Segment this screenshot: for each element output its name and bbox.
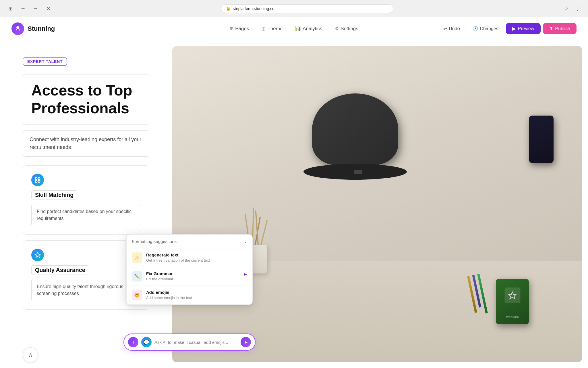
tab-overview-button[interactable]: ⊞ — [6, 4, 15, 13]
add-emojis-content: Add emojis Add some emojis in the text — [146, 290, 247, 300]
send-fix-grammar-button[interactable]: ➤ — [243, 271, 247, 277]
nav-settings[interactable]: ⚙ Settings — [330, 24, 363, 34]
settings-icon: ⚙ — [335, 26, 339, 31]
regenerate-icon: ✨ — [132, 252, 142, 263]
fix-grammar-title: Fix Grammar — [146, 271, 239, 276]
dropdown-header: Formatting suggestions ⌄ — [127, 235, 252, 248]
dark-phone — [529, 116, 554, 163]
regenerate-subtitle: Get a fresh variation of the current tex… — [146, 258, 247, 262]
nav-theme-label: Theme — [267, 26, 283, 32]
dropdown-item-add-emojis[interactable]: 😊 Add emojis Add some emojis in the text — [127, 286, 252, 304]
left-panel: EXPERT TALENT Access to Top Professional… — [0, 40, 167, 368]
fix-grammar-subtitle: Fix the grammar — [146, 277, 239, 281]
main-nav: ⊞ Pages ◎ Theme 📊 Analytics ⚙ Settings — [225, 24, 363, 34]
skill-matching-title: Skill Matching — [35, 192, 74, 198]
publish-icon: ⬆ — [549, 26, 553, 31]
svg-marker-5 — [509, 292, 516, 299]
ai-input-field[interactable] — [154, 340, 238, 345]
nav-pages-label: Pages — [235, 26, 249, 32]
formatting-dropdown: Formatting suggestions ⌄ ✨ Regenerate te… — [126, 234, 253, 305]
add-emojis-title: Add emojis — [146, 290, 247, 295]
close-button[interactable]: ✕ — [44, 4, 53, 13]
add-emojis-icon: 😊 — [132, 290, 142, 300]
app-header: Stunning ⊞ Pages ◎ Theme 📊 Analytics ⚙ S… — [0, 17, 588, 40]
back-button[interactable]: ← — [18, 4, 28, 13]
lock-icon: 🔒 — [226, 6, 231, 11]
regenerate-title: Regenerate text — [146, 252, 247, 257]
theme-icon: ◎ — [262, 26, 266, 31]
main-heading-box[interactable]: Access to Top Professionals — [23, 74, 149, 124]
dropdown-collapse-icon[interactable]: ⌄ — [243, 239, 247, 244]
skill-matching-desc-box[interactable]: Find perfect candidates based on your sp… — [31, 204, 141, 226]
nav-pages[interactable]: ⊞ Pages — [225, 24, 254, 34]
address-bar[interactable]: 🔒 stnplatform.stunning.so — [221, 4, 393, 13]
changes-icon: 🕐 — [473, 26, 478, 31]
nav-theme[interactable]: ◎ Theme — [256, 24, 288, 34]
nav-analytics[interactable]: 📊 Analytics — [290, 24, 327, 34]
quality-assurance-icon — [31, 249, 44, 261]
expert-badge: EXPERT TALENT — [23, 57, 67, 66]
right-panel: WORK800 — [167, 40, 588, 368]
publish-button[interactable]: ⬆ Publish — [543, 23, 577, 34]
skill-matching-title-box: Skill Matching — [31, 190, 77, 200]
changes-button[interactable]: 🕐 Changes — [467, 24, 504, 34]
green-card: WORK800 — [496, 279, 529, 324]
quality-assurance-desc: Ensure high-quality talent through rigor… — [37, 283, 136, 297]
changes-label: Changes — [480, 26, 498, 31]
bookmark-button[interactable]: ☆ — [562, 4, 571, 13]
svg-rect-3 — [35, 181, 37, 182]
hero-image: WORK800 — [172, 46, 582, 362]
feature-card-skill-matching: Skill Matching Find perfect candidates b… — [23, 165, 149, 235]
main-heading: Access to Top Professionals — [31, 81, 141, 117]
publish-label: Publish — [555, 26, 570, 31]
desk-scene: WORK800 — [172, 46, 582, 362]
forward-button[interactable]: → — [31, 4, 40, 13]
undo-button[interactable]: ↩ Undo — [438, 24, 465, 34]
logo-area: Stunning — [11, 22, 55, 35]
quality-assurance-desc-box[interactable]: Ensure high-quality talent through rigor… — [31, 279, 141, 301]
svg-rect-2 — [38, 178, 40, 179]
analytics-icon: 📊 — [295, 26, 301, 31]
subtitle-box[interactable]: Connect with industry-leading experts fo… — [23, 130, 149, 157]
svg-rect-4 — [38, 181, 40, 182]
url-text: stnplatform.stunning.so — [233, 6, 274, 11]
browser-right-controls: ☆ ⋮ — [562, 4, 582, 13]
fix-grammar-icon: ✏️ — [132, 271, 142, 281]
undo-label: Undo — [449, 26, 460, 31]
scroll-up-button[interactable]: ∧ — [23, 347, 38, 362]
undo-icon: ↩ — [443, 26, 447, 31]
ai-avatar-chat: 💬 — [141, 337, 152, 347]
regenerate-content: Regenerate text Get a fresh variation of… — [146, 252, 247, 262]
fix-grammar-content: Fix Grammar Fix the grammar — [146, 271, 239, 281]
app-logo-text: Stunning — [28, 25, 55, 32]
svg-rect-1 — [35, 178, 37, 179]
dropdown-item-fix-grammar[interactable]: ✏️ Fix Grammar Fix the grammar ➤ — [127, 267, 252, 286]
preview-icon: ▶ — [512, 26, 516, 31]
ai-avatar-t: T — [128, 337, 138, 347]
pages-icon: ⊞ — [230, 26, 233, 31]
dropdown-item-regenerate[interactable]: ✨ Regenerate text Get a fresh variation … — [127, 248, 252, 267]
nav-right-actions: ↩ Undo 🕐 Changes ▶ Preview ⬆ Publish — [438, 23, 577, 34]
preview-label: Preview — [518, 26, 534, 31]
subtitle-text: Connect with industry-leading experts fo… — [30, 136, 143, 151]
quality-assurance-title: Quality Assurance — [35, 267, 85, 273]
skill-matching-icon — [31, 174, 44, 186]
cap-decoration — [303, 93, 413, 180]
nav-analytics-label: Analytics — [303, 26, 322, 32]
browser-chrome: ⊞ ← → ✕ 🔒 stnplatform.stunning.so ☆ ⋮ — [0, 0, 588, 17]
browser-controls: ⊞ ← → ✕ — [6, 4, 53, 13]
add-emojis-subtitle: Add some emojis in the text — [146, 296, 247, 300]
skill-matching-desc: Find perfect candidates based on your sp… — [37, 208, 136, 222]
ai-input-bar: T 💬 ➤ — [123, 334, 256, 351]
main-content: EXPERT TALENT Access to Top Professional… — [0, 40, 588, 368]
dropdown-header-text: Formatting suggestions — [132, 239, 177, 244]
quality-assurance-title-box: Quality Assurance — [31, 265, 89, 275]
browser-menu-button[interactable]: ⋮ — [573, 4, 582, 13]
preview-button[interactable]: ▶ Preview — [506, 23, 541, 34]
app-logo-icon — [11, 22, 24, 35]
ai-send-button[interactable]: ➤ — [241, 337, 251, 347]
nav-settings-label: Settings — [341, 26, 358, 32]
